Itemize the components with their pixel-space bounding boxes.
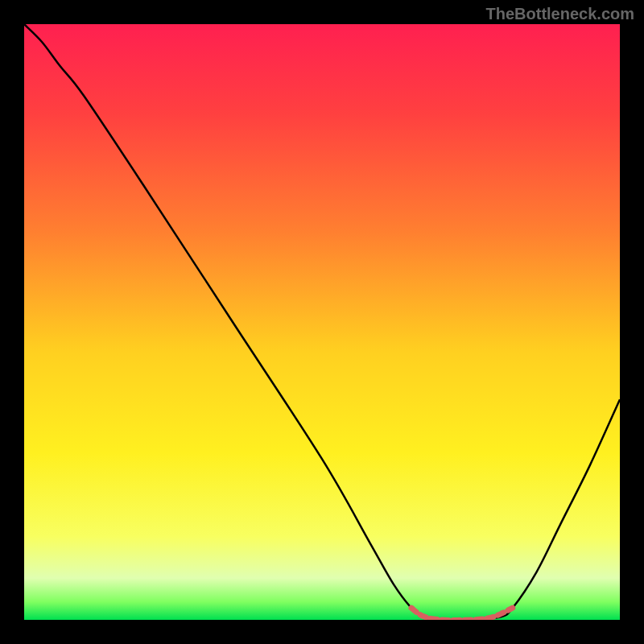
- chart-svg: [24, 24, 620, 620]
- chart-background: [24, 24, 620, 620]
- chart-plot-area: [24, 24, 620, 620]
- watermark-text: TheBottleneck.com: [486, 5, 634, 23]
